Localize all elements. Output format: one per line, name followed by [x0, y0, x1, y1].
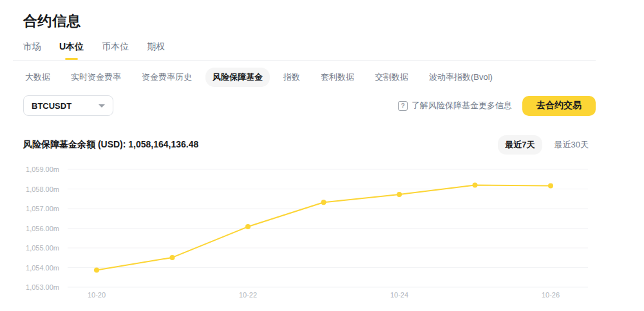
tab-coin-m[interactable]: 币本位 — [102, 41, 129, 60]
subtab-realtime-funding-rate[interactable]: 实时资金费率 — [64, 68, 128, 87]
page-container: 合约信息 市场 U本位 币本位 期权 大数据 实时资金费率 资金费率历史 风险 — [13, 12, 596, 305]
insurance-fund-info-link[interactable]: ? 了解风险保障基金更多信息 — [398, 100, 512, 111]
data-point[interactable] — [548, 184, 553, 189]
main-tab-bar: 市场 U本位 币本位 期权 — [13, 41, 596, 61]
range-7d-button[interactable]: 最近7天 — [498, 135, 542, 155]
tab-coin-m-label: 币本位 — [102, 41, 129, 52]
chevron-down-icon — [99, 104, 105, 108]
chart-title: 风险保障基金余额 (USD): 1,058,164,136.48 — [23, 139, 198, 151]
subtab-insurance-fund[interactable]: 风险保障基金 — [205, 68, 270, 87]
page-title: 合约信息 — [23, 12, 596, 31]
go-to-futures-trading-button[interactable]: 去合约交易 — [522, 96, 596, 116]
tab-market[interactable]: 市场 — [23, 41, 41, 60]
x-axis-tick-label: 10-20 — [88, 291, 106, 299]
data-point[interactable] — [94, 267, 99, 272]
chart-header: 风险保障基金余额 (USD): 1,058,164,136.48 最近7天 最近… — [23, 135, 596, 155]
data-point[interactable] — [245, 224, 251, 229]
line-chart-canvas[interactable]: 1,059.00m1,058.00m1,057.00m1,056.00m1,05… — [13, 165, 596, 305]
time-range-toggle: 最近7天 最近30天 — [498, 135, 596, 155]
y-axis-tick-label: 1,053.00m — [26, 283, 59, 291]
data-point[interactable] — [321, 200, 327, 205]
subtab-delivery-data[interactable]: 交割数据 — [368, 68, 415, 87]
tab-usdt-m-label: U本位 — [59, 41, 84, 52]
data-point[interactable] — [473, 182, 478, 187]
subtab-volatility-index[interactable]: 波动率指数(Bvol) — [422, 68, 500, 87]
sub-tab-bar: 大数据 实时资金费率 资金费率历史 风险保障基金 指数 套利数据 交割数据 波动… — [18, 68, 596, 87]
controls-row: BTCUSDT ? 了解风险保障基金更多信息 去合约交易 — [23, 95, 596, 116]
subtab-funding-rate-history[interactable]: 资金费率历史 — [135, 68, 199, 87]
y-axis-tick-label: 1,054.00m — [26, 264, 59, 272]
question-icon: ? — [398, 101, 408, 111]
y-axis-tick-label: 1,057.00m — [26, 205, 59, 212]
tab-options[interactable]: 期权 — [147, 41, 165, 60]
data-point[interactable] — [170, 255, 175, 260]
symbol-select-value: BTCUSDT — [32, 101, 71, 111]
symbol-select[interactable]: BTCUSDT — [23, 95, 113, 116]
info-link-label: 了解风险保障基金更多信息 — [412, 100, 512, 111]
active-tab-indicator — [65, 58, 78, 60]
tab-options-label: 期权 — [147, 41, 165, 52]
subtab-index[interactable]: 指数 — [276, 68, 307, 87]
subtab-arbitrage-data[interactable]: 套利数据 — [314, 68, 361, 87]
series-line — [97, 185, 551, 270]
y-axis-tick-label: 1,056.00m — [26, 225, 59, 232]
x-axis-tick-label: 10-22 — [239, 291, 257, 299]
y-axis-tick-label: 1,058.00m — [26, 185, 59, 193]
tab-market-label: 市场 — [23, 41, 41, 52]
insurance-fund-chart[interactable]: 1,059.00m1,058.00m1,057.00m1,056.00m1,05… — [13, 165, 596, 305]
y-axis-tick-label: 1,059.00m — [26, 165, 59, 173]
x-axis-tick-label: 10-24 — [390, 291, 408, 299]
x-axis-tick-label: 10-26 — [542, 291, 560, 299]
tab-usdt-m[interactable]: U本位 — [59, 41, 84, 60]
data-point[interactable] — [397, 192, 402, 197]
y-axis-tick-label: 1,055.00m — [26, 244, 59, 252]
range-30d-button[interactable]: 最近30天 — [547, 135, 596, 155]
subtab-big-data[interactable]: 大数据 — [18, 68, 57, 87]
